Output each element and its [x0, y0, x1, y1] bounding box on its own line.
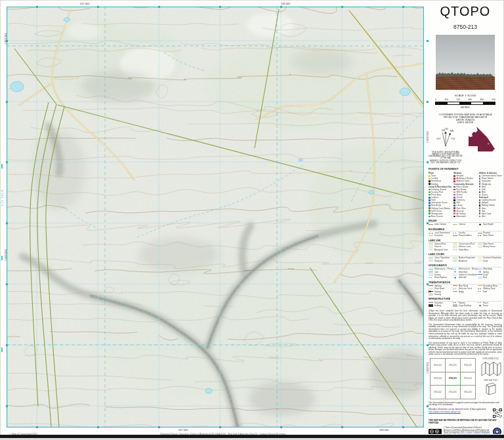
metadata-row: Metadata information can be obtained via… — [429, 409, 502, 418]
reproduction-notice: THIS MAP MAY BE PRINTED OR REPRODUCED BY… — [429, 420, 502, 424]
legend-label: Water Pipeline — [434, 276, 447, 279]
poi-symbol — [429, 191, 430, 193]
poi-symbol — [453, 197, 455, 199]
poi-symbol — [453, 210, 455, 212]
legend-item: Protected Area — [453, 234, 477, 237]
qtopo-map-sheet: 547 000548 000547 000548 0007 463 5007 4… — [0, 0, 504, 440]
grid-tick — [36, 426, 38, 428]
map-area[interactable]: 547 000548 000547 000548 0007 463 5007 4… — [7, 7, 424, 428]
grid-coordinate-label: 547 000 — [80, 3, 89, 5]
poi-legend: PlaceTownLocalityHomesteadBuildingCamp &… — [429, 172, 502, 218]
legend-swatch — [478, 235, 482, 237]
grid-tick — [158, 426, 160, 428]
scale-tick: 500 — [492, 99, 495, 101]
queensland-shape — [469, 127, 495, 151]
svg-text:by: by — [436, 430, 438, 433]
poi-symbol — [429, 207, 430, 209]
cc-license-link[interactable]: https://creativecommons.org/licenses/by/… — [453, 433, 490, 434]
legend-item: Water Pipeline — [429, 276, 453, 279]
grid-tick — [6, 283, 8, 285]
grid-tick — [280, 426, 282, 428]
poi-symbol — [453, 178, 455, 180]
scale-segment — [436, 102, 448, 104]
legend-swatch — [478, 260, 482, 262]
adjoining-sheet-cell[interactable]: 8750-231 — [446, 386, 461, 399]
legend-label: State Forest — [483, 234, 494, 237]
grid-tick — [6, 405, 8, 407]
grid-tick — [97, 426, 99, 428]
qld-government-crest — [492, 427, 502, 434]
poi-symbol — [479, 191, 481, 193]
adjoining-sheet-cell[interactable]: 8750-122 — [430, 358, 446, 372]
legend-item: Sand — [478, 260, 502, 262]
legend-swatch — [429, 260, 433, 262]
poi-symbol — [453, 205, 455, 207]
grid-coordinate-label: 7 463 500 — [5, 33, 7, 45]
poi-legend-item: Monument — [453, 215, 476, 218]
scale-units: METRES — [429, 106, 502, 109]
poi-symbol — [453, 180, 455, 182]
legend-label: Waterfall — [459, 276, 467, 279]
copyright-row: cc by © State of Queensland (Department … — [429, 427, 502, 434]
grid-tick — [36, 6, 38, 8]
legend-swatch — [478, 246, 482, 248]
legend-item: Spot Height — [478, 223, 502, 226]
fold-mark — [1, 164, 3, 169]
disclaimer-paragraph: The Queensland Government takes no respo… — [429, 324, 502, 340]
legend-label: Spot Height — [483, 223, 494, 226]
poi-symbol — [479, 210, 481, 212]
svg-text:0°47': 0°47' — [436, 138, 441, 140]
legend-label: Reef — [483, 276, 487, 279]
legend-label: Index Contour — [434, 223, 447, 226]
grid-tick — [402, 426, 404, 428]
poi-symbol — [453, 202, 455, 204]
legend-item: Large Building — [453, 304, 477, 307]
legend-label: Plantation — [434, 260, 443, 262]
poi-symbol — [479, 186, 481, 188]
adjoining-sheet-cell[interactable]: 8750-214 — [461, 372, 476, 386]
legend-sections: RELIEFIndex ContourContourSpot HeightBOU… — [429, 220, 502, 307]
fold-diagrams: HORIZONTAL FOLD VERTICAL FOLD — [480, 358, 502, 399]
legend-item: Runway — [429, 293, 453, 296]
poi-symbol — [479, 212, 481, 214]
poi-symbol — [429, 205, 430, 207]
metadata-link[interactable]: https://qtopo.information.qld.gov.au/ — [429, 410, 461, 413]
legend-item: Mangrove — [453, 260, 477, 262]
adjoining-maps: 8750-1228750-2118750-2128750-1248750-213… — [429, 358, 502, 399]
spine-label: 8750-213 — [1, 190, 4, 207]
poi-symbol — [429, 180, 430, 182]
adjoining-sheet-cell[interactable]: 8750-124 — [430, 372, 446, 386]
adjoining-sheet-cell[interactable]: 8750-213 — [446, 372, 461, 386]
projection-line: COORDINATE SYSTEM: MAP GRID OF AUSTRALIA — [429, 113, 502, 116]
grid-tick — [219, 426, 221, 428]
grid-tick — [97, 6, 99, 8]
legend-item: Ford — [478, 290, 502, 293]
grid-coordinate-label: 7 463 000 — [5, 249, 7, 261]
adjoining-sheet-cell[interactable]: 8750-212 — [461, 358, 476, 372]
topographic-map — [7, 7, 424, 428]
north-locality-row: GN TN MN 0°47' 7°52' TRUE NORTH, GRID NO… — [429, 127, 502, 164]
legend-item: Reef — [478, 276, 502, 279]
poi-symbol — [479, 189, 481, 191]
fold-mark — [1, 256, 3, 260]
scale-segment — [459, 102, 471, 104]
grid-tick — [6, 344, 8, 346]
legend-item: State Forest — [478, 234, 502, 237]
poi-symbol — [479, 175, 481, 177]
poi-symbol — [479, 205, 481, 207]
poi-symbol — [479, 180, 481, 182]
poi-symbol — [429, 210, 430, 212]
adjoining-sheet-cell[interactable]: 8750-232 — [461, 386, 476, 399]
svg-text:cc: cc — [430, 430, 433, 433]
legend-swatch — [453, 260, 457, 262]
legend-swatch — [429, 249, 433, 250]
poi-symbol — [429, 194, 430, 196]
legend-item: Plantation — [429, 260, 453, 262]
projection-line: UNITS: METRE — [429, 121, 502, 124]
dissemination-text: The Queensland Government supports and e… — [429, 402, 502, 407]
adjoining-sheet-cell[interactable]: 8750-142 — [430, 386, 446, 399]
grid-tick — [341, 426, 343, 428]
legend-swatch — [453, 235, 457, 237]
poi-label: Medical Centre — [456, 180, 469, 182]
adjoining-sheet-cell[interactable]: 8750-211 — [446, 358, 461, 372]
